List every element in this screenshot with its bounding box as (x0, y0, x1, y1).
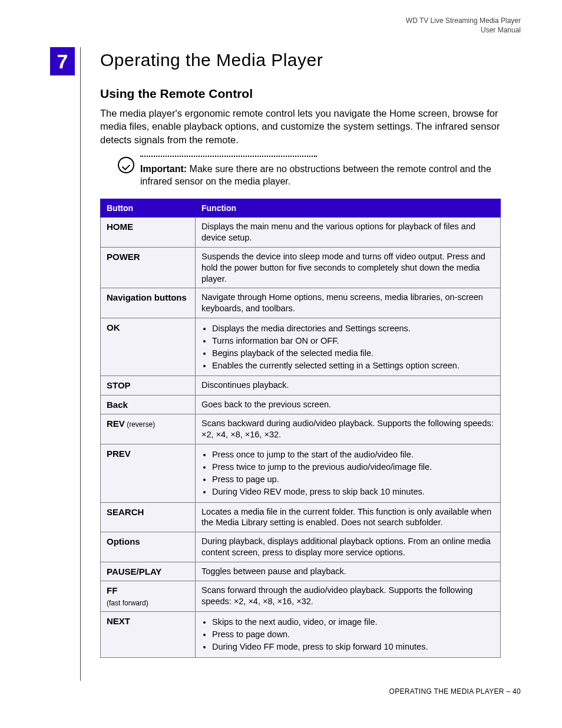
important-note: Important: Make sure there are no obstru… (118, 156, 513, 188)
button-name: PAUSE/PLAY (107, 566, 161, 577)
table-row: BackGoes back to the previous screen. (101, 395, 501, 414)
th-function: Function (196, 199, 501, 217)
table-row: REV (reverse)Scans backward during audio… (101, 414, 501, 444)
function-list: Displays the media directories and Setti… (201, 323, 494, 371)
table-row: HOMEDisplays the main menu and the vario… (101, 218, 501, 248)
function-cell: Discontinues playback. (196, 376, 501, 396)
document-header: WD TV Live Streaming Media Player User M… (406, 17, 521, 35)
table-row: OptionsDuring playback, displays additio… (101, 532, 501, 562)
function-list-item: Turns information bar ON or OFF. (212, 335, 494, 347)
chapter-number-badge: 7 (50, 47, 75, 75)
important-icon (118, 157, 134, 173)
function-list-item: During Video FF mode, press to skip forw… (212, 641, 494, 653)
function-cell: Displays the main menu and the various o… (196, 218, 501, 248)
table-row: POWERSuspends the device into sleep mode… (101, 247, 501, 288)
footer-section-name: OPERATING THE MEDIA PLAYER (389, 687, 504, 696)
important-label: Important: (140, 164, 187, 174)
button-name-cell: NEXT (101, 612, 196, 658)
table-row: OKDisplays the media directories and Set… (101, 318, 501, 376)
button-name: Back (107, 400, 128, 410)
dotted-divider (140, 156, 317, 157)
button-name: FF (107, 585, 117, 595)
vertical-divider (80, 47, 81, 681)
function-list-item: Press once to jump to the start of the a… (212, 449, 494, 460)
function-cell: Scans backward during audio/video playba… (196, 414, 501, 444)
button-name-cell: POWER (101, 247, 196, 288)
header-product-name: WD TV Live Streaming Media Player (406, 17, 521, 26)
footer-page-number: 40 (513, 687, 521, 696)
button-name: OK (107, 322, 120, 332)
important-content: Important: Make sure there are no obstru… (140, 156, 513, 188)
table-row: PAUSE/PLAYToggles between pause and play… (101, 562, 501, 581)
section-title: Using the Remote Control (100, 87, 513, 101)
important-text: Important: Make sure there are no obstru… (140, 163, 513, 188)
page-footer: OPERATING THE MEDIA PLAYER – 40 (389, 687, 521, 696)
table-row: FF(fast forward)Scans forward through th… (101, 581, 501, 612)
button-name: STOP (107, 380, 131, 390)
th-button: Button (101, 199, 196, 217)
table-row: Navigation buttonsNavigate through Home … (101, 288, 501, 318)
button-name: REV (107, 419, 125, 429)
table-row: STOPDiscontinues playback. (101, 376, 501, 396)
function-cell: Goes back to the previous screen. (196, 395, 501, 414)
table-row: SEARCHLocates a media file in the curren… (101, 502, 501, 532)
button-name-cell: SEARCH (101, 502, 196, 532)
function-list-item: Press twice to jump to the previous audi… (212, 462, 494, 473)
button-name-cell: Back (101, 395, 196, 414)
content-area: Operating the Media Player Using the Rem… (100, 50, 513, 658)
table-row: PREVPress once to jump to the start of t… (101, 444, 501, 502)
header-doc-type: User Manual (406, 26, 521, 35)
function-list-item: Enables the currently selected setting i… (212, 360, 494, 371)
function-cell: During playback, displays additional pla… (196, 532, 501, 562)
button-name: POWER (107, 252, 140, 262)
button-name-sub: (reverse) (125, 420, 155, 429)
function-list-item: During Video REV mode, press to skip bac… (212, 486, 494, 498)
button-name: HOME (107, 222, 133, 232)
footer-separator: – (504, 687, 513, 696)
button-name: PREV (107, 449, 131, 459)
function-list-item: Begins playback of the selected media fi… (212, 348, 494, 359)
function-list-item: Skips to the next audio, video, or image… (212, 617, 494, 628)
button-name-cell: PAUSE/PLAY (101, 562, 196, 581)
chapter-title: Operating the Media Player (100, 50, 513, 70)
function-list-item: Press to page down. (212, 629, 494, 640)
button-name: Options (107, 536, 140, 546)
function-cell: Skips to the next audio, video, or image… (196, 612, 501, 658)
button-name-cell: PREV (101, 444, 196, 502)
button-name-cell: HOME (101, 218, 196, 248)
button-name: Navigation buttons (107, 292, 187, 302)
function-cell: Press once to jump to the start of the a… (196, 444, 501, 502)
button-name: NEXT (107, 616, 130, 626)
function-cell: Toggles between pause and playback. (196, 562, 501, 581)
function-list: Skips to the next audio, video, or image… (201, 617, 494, 653)
button-name-sub: (fast forward) (107, 599, 148, 607)
function-cell: Navigate through Home options, menu scre… (196, 288, 501, 318)
function-cell: Suspends the device into sleep mode and … (196, 247, 501, 288)
button-name-cell: FF(fast forward) (101, 581, 196, 612)
button-name: SEARCH (107, 507, 144, 517)
button-name-cell: STOP (101, 376, 196, 396)
important-body: Make sure there are no obstructions betw… (140, 164, 491, 187)
button-name-cell: OK (101, 318, 196, 376)
button-name-cell: Navigation buttons (101, 288, 196, 318)
button-function-table: Button Function HOMEDisplays the main me… (100, 199, 501, 658)
function-cell: Locates a media file in the current fold… (196, 502, 501, 532)
function-list-item: Displays the media directories and Setti… (212, 323, 494, 334)
document-page: WD TV Live Streaming Media Player User M… (0, 0, 562, 728)
function-cell: Scans forward through the audio/video pl… (196, 581, 501, 612)
function-list-item: Press to page up. (212, 474, 494, 485)
table-header-row: Button Function (101, 199, 501, 217)
function-list: Press once to jump to the start of the a… (201, 449, 494, 497)
function-cell: Displays the media directories and Setti… (196, 318, 501, 376)
section-intro-paragraph: The media player's ergonomic remote cont… (100, 107, 513, 146)
button-name-cell: Options (101, 532, 196, 562)
table-row: NEXTSkips to the next audio, video, or i… (101, 612, 501, 658)
button-name-cell: REV (reverse) (101, 414, 196, 444)
